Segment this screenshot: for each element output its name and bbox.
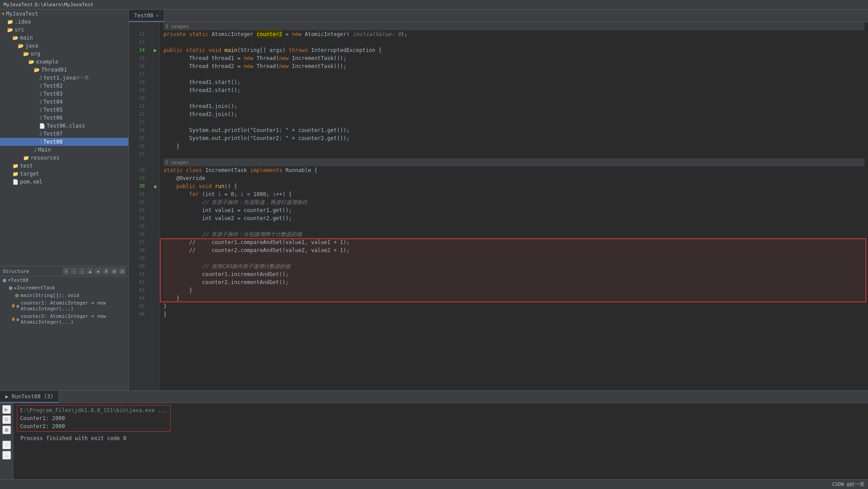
struct-btn-4[interactable]: ▲ (87, 268, 94, 275)
line-num-12: 12 (129, 30, 147, 38)
code-line-0: 3 usages (163, 22, 864, 30)
run-tab[interactable]: ▶ Run Test08 (3) (0, 391, 59, 403)
gutter-27 (151, 238, 159, 246)
code-line-36: } (163, 310, 864, 318)
tree-item-test[interactable]: 📁test (0, 162, 128, 170)
struct-item-main[interactable]: main(String[]): void (0, 292, 128, 299)
code-line-30: // 使用CAS操作原子递增计数器的值 (163, 262, 864, 270)
run-down-btn[interactable]: ↓ (2, 451, 11, 460)
code-line-34: } (163, 294, 864, 302)
gutter-30 (151, 262, 159, 270)
tree-item-Test05[interactable]: JTest05 (0, 106, 128, 114)
tree-item-Thread01[interactable]: 📂Thread01 (0, 66, 128, 74)
struct-btn-8[interactable]: ⊟ (119, 268, 126, 275)
struct-item-counter2[interactable]: ● counter2: AtomicInteger = new AtomicIn… (0, 313, 128, 326)
code-line-10: thread1.join(); (163, 102, 864, 110)
line-num-24: 24 (129, 126, 147, 134)
line-num-usage (129, 22, 147, 30)
line-num-17: 17 (129, 70, 147, 78)
tree-item-Test08[interactable]: JTest08 (0, 138, 128, 146)
code-line-22: // 非原子操作：先读取值，再进行递增操作 (163, 198, 864, 206)
struct-btn-2[interactable]: ↕ (71, 268, 78, 275)
run-scroll-btn[interactable]: ↑ (2, 441, 11, 449)
struct-btn-5[interactable]: ● (95, 268, 102, 275)
struct-btn-7[interactable]: ⊞ (111, 268, 118, 275)
line-num-19: 19 (129, 86, 147, 94)
code-line-20: public void run() { (163, 182, 864, 190)
code-line-13: System.out.println("Counter1: " + counte… (163, 126, 864, 134)
run-cmd-line: E:\Program_Files\jdk1.8.0_151\bin\java.e… (20, 406, 167, 414)
gutter-2 (151, 38, 159, 46)
code-line-25 (163, 222, 864, 230)
line-num-18: 18 (129, 78, 147, 86)
struct-item-IncrementTask[interactable]: ▶ IncrementTask (0, 284, 128, 292)
run-counter1: Counter1: 2000 (20, 414, 167, 422)
structure-panel: Structure ≡ ↕ ⌂ ▲ ● A ⊞ ⊟ ▼ Test08▶ Incr… (0, 266, 128, 390)
gutter-10 (151, 102, 159, 110)
tree-item-main[interactable]: 📂main (0, 34, 128, 42)
struct-btn-3[interactable]: ⌂ (79, 268, 86, 275)
tree-item-Test04[interactable]: JTest04 (0, 98, 128, 106)
line-num-39: 39 (129, 254, 147, 262)
gutter-36 (151, 310, 159, 318)
tree-item-pom[interactable]: 📄pom.xml (0, 178, 128, 186)
gutter-23 (151, 206, 159, 214)
tree-item-java[interactable]: 📂java (0, 42, 128, 50)
run-stop-btn[interactable]: ⏹ (2, 425, 11, 434)
struct-item-Test08[interactable]: ▼ Test08 (0, 277, 128, 284)
tree-item-resources[interactable]: 📁resources (0, 154, 128, 162)
tree-item-Test02[interactable]: JTest02 (0, 82, 128, 90)
code-line-8: thread2.start(); (163, 86, 864, 94)
code-line-9 (163, 94, 864, 102)
line-num-16: 16 (129, 62, 147, 70)
struct-item-counter1[interactable]: ● counter1: AtomicInteger = new AtomicIn… (0, 299, 128, 313)
code-line-21: for (int i = 0; i < 1000; i++) { (163, 190, 864, 198)
tree-item-idea[interactable]: 📁.idea (0, 18, 128, 26)
line-num-45: 45 (129, 302, 147, 310)
tree-item-example[interactable]: 📂example (0, 58, 128, 66)
tree-item-Main[interactable]: JMain (0, 146, 128, 154)
code-line-17: 2 usages (163, 158, 864, 166)
line-num-36: 36 (129, 230, 147, 238)
project-tree: ▼MyJavaTest📁.idea📂src📂main📂java📂org📂exam… (0, 10, 128, 266)
struct-btn-1[interactable]: ≡ (63, 268, 70, 275)
gutter-7 (151, 78, 159, 86)
run-settings-btn[interactable]: ⚙ (2, 415, 11, 424)
run-play-btn[interactable]: ▶ (2, 405, 11, 414)
tree-item-src[interactable]: 📂src (0, 26, 128, 34)
tree-item-test1java[interactable]: Jtest1.java 好一类 (0, 74, 128, 82)
line-num-20: 20 (129, 94, 147, 102)
tree-item-target[interactable]: 📁target (0, 170, 128, 178)
code-line-29 (163, 254, 864, 262)
line-num-23: 23 (129, 118, 147, 126)
editor-tabs: Test08 ✕ (129, 10, 868, 22)
gutter-17 (151, 158, 159, 166)
line-num-22: 22 (129, 110, 147, 118)
tree-item-Test06[interactable]: JTest06 (0, 114, 128, 122)
code-line-33: } (163, 286, 864, 294)
line-num-27: 27 (129, 150, 147, 158)
gutter-18 (151, 166, 159, 174)
gutter-1 (151, 30, 159, 38)
editor-content[interactable]: 1213141516171819202122232425262728293031… (129, 22, 868, 390)
gutter-14 (151, 134, 159, 142)
run-tab-label: ▶ Run (5, 393, 21, 400)
struct-btn-6[interactable]: A (103, 268, 110, 275)
tree-item-org[interactable]: 📂org (0, 50, 128, 58)
code-line-11: thread2.join(); (163, 110, 864, 118)
tab-close[interactable]: ✕ (156, 13, 159, 18)
line-num-46: 46 (129, 310, 147, 318)
code-line-18: static class IncrementTask implements Ru… (163, 166, 864, 174)
project-path: D:\Alearn\MyJavaTest (35, 2, 93, 8)
line-num-33: 33 (129, 206, 147, 214)
tree-item-Test03[interactable]: JTest03 (0, 90, 128, 98)
process-exit-line: Process finished with exit code 0 (17, 433, 864, 444)
tree-item-Test06class[interactable]: 📄Test06.class (0, 122, 128, 130)
line-num-35: 35 (129, 222, 147, 230)
tab-test08[interactable]: Test08 ✕ (129, 10, 164, 22)
code-line-15: } (163, 142, 864, 150)
gutter-34 (151, 294, 159, 302)
line-num-41: 41 (129, 270, 147, 278)
tree-item-myJavaTest[interactable]: ▼MyJavaTest (0, 10, 128, 18)
tree-item-Test07[interactable]: JTest07 (0, 130, 128, 138)
